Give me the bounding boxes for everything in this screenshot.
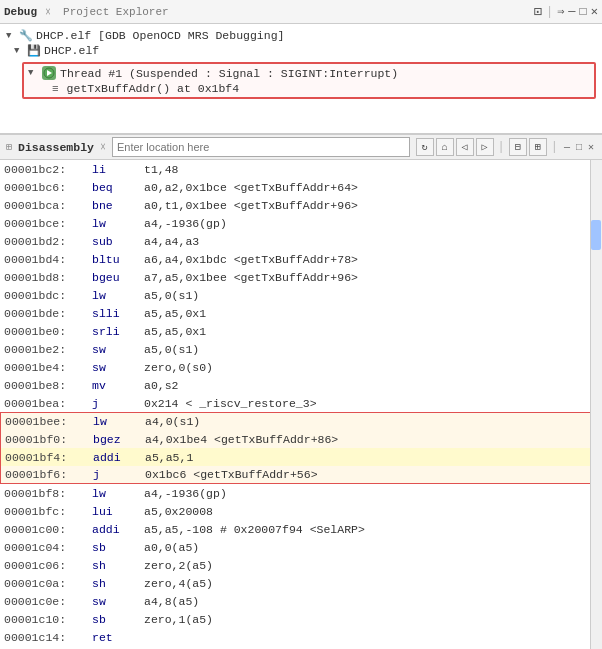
table-row[interactable]: 00001bea:j0x214 < _riscv_restore_3> [0, 394, 602, 412]
toolbar-icons: ↻ ⌂ ◁ ▷ | ⊟ ⊞ | — □ ✕ [416, 138, 596, 156]
asm-operands: 0x214 < _riscv_restore_3> [144, 397, 598, 410]
asm-operands: a4,-1936(gp) [144, 487, 598, 500]
asm-mnemonic: mv [92, 379, 144, 392]
table-row[interactable]: 00001bca:bnea0,t1,0x1bee <getTxBuffAddr+… [0, 196, 602, 214]
table-row[interactable]: 00001bd2:suba4,a4,a3 [0, 232, 602, 250]
link-btn[interactable]: ⊟ [509, 138, 527, 156]
table-row[interactable]: 00001bce:lwa4,-1936(gp) [0, 214, 602, 232]
suspend-icon[interactable]: ⊡ [533, 3, 541, 20]
asm-operands: a4,0(s1) [145, 415, 597, 428]
table-row[interactable]: 00001c10:sbzero,1(a5) [0, 610, 602, 628]
asm-address: 00001c00: [4, 523, 92, 536]
stackframe-label: getTxBuffAddr() at 0x1bf4 [67, 82, 240, 95]
asm-mnemonic: beq [92, 181, 144, 194]
asm-operands: a5,a5,-108 # 0x20007f94 <SelARP> [144, 523, 598, 536]
asm-operands: zero,1(a5) [144, 613, 598, 626]
minimize-dis-icon[interactable]: — [562, 142, 572, 153]
close-icon[interactable]: ✕ [591, 4, 598, 19]
refresh-btn[interactable]: ↻ [416, 138, 434, 156]
disassembly-header: ⊞ Disassembly ☓ ↻ ⌂ ◁ ▷ | ⊟ ⊞ | — □ ✕ [0, 134, 602, 160]
table-row[interactable]: 00001c14:ret [0, 628, 602, 646]
table-row[interactable]: 00001be0:srlia5,a5,0x1 [0, 322, 602, 340]
asm-address: 00001c14: [4, 631, 92, 644]
table-row[interactable]: 00001c06:shzero,2(a5) [0, 556, 602, 574]
table-row[interactable]: 00001c00:addia5,a5,-108 # 0x20007f94 <Se… [0, 520, 602, 538]
location-input[interactable] [112, 137, 410, 157]
asm-operands: a4,-1936(gp) [144, 217, 598, 230]
asm-mnemonic: sw [92, 343, 144, 356]
stackframe-row[interactable]: ≡ getTxBuffAddr() at 0x1bf4 [48, 82, 590, 95]
asm-address: 00001bf6: [5, 468, 93, 481]
asm-address: 00001be2: [4, 343, 92, 356]
table-row[interactable]: 00001bee:lwa4,0(s1) [0, 412, 602, 430]
asm-mnemonic: sb [92, 613, 144, 626]
asm-mnemonic: bgeu [92, 271, 144, 284]
table-row[interactable]: 00001be4:swzero,0(s0) [0, 358, 602, 376]
asm-address: 00001bce: [4, 217, 92, 230]
close-dis-icon[interactable]: ✕ [586, 141, 596, 153]
asm-operands: zero,2(a5) [144, 559, 598, 572]
table-row[interactable]: 00001bfc:luia5,0x20008 [0, 502, 602, 520]
asm-operands: a5,0(s1) [144, 289, 598, 302]
asm-address: 00001c06: [4, 559, 92, 572]
asm-operands: a5,a5,0x1 [144, 325, 598, 338]
table-row[interactable]: 00001bdc:lwa5,0(s1) [0, 286, 602, 304]
disassembly-content[interactable]: 00001bc2:lit1,4800001bc6:beqa0,a2,0x1bce… [0, 160, 602, 649]
maximize-icon[interactable]: □ [580, 5, 587, 19]
scrollbar-thumb[interactable] [591, 220, 601, 250]
back-btn[interactable]: ◁ [456, 138, 474, 156]
scrollbar[interactable] [590, 160, 602, 649]
table-row[interactable]: 00001bd8:bgeua7,a5,0x1bee <getTxBuffAddr… [0, 268, 602, 286]
home-btn[interactable]: ⌂ [436, 138, 454, 156]
table-row[interactable]: 00001bde:sllia5,a5,0x1 [0, 304, 602, 322]
dhcp-elf-label: DHCP.elf [44, 44, 99, 57]
dhcp-elf-icon: 💾 [27, 44, 41, 57]
expand-btn[interactable]: ⊞ [529, 138, 547, 156]
table-row[interactable]: 00001bf8:lwa4,-1936(gp) [0, 484, 602, 502]
expand-icon-dhcp: ▼ [14, 46, 24, 56]
maximize-dis-icon[interactable]: □ [574, 142, 584, 153]
minimize-icon[interactable]: — [568, 5, 575, 19]
debug-panel: ▼ 🔧 DHCP.elf [GDB OpenOCD MRS Debugging]… [0, 24, 602, 134]
expand-icon-root: ▼ [6, 31, 16, 41]
debug-tab[interactable]: Debug [4, 6, 37, 18]
asm-address: 00001bdc: [4, 289, 92, 302]
table-row[interactable]: 00001c04:sba0,0(a5) [0, 538, 602, 556]
debug-root-label: DHCP.elf [GDB OpenOCD MRS Debugging] [36, 29, 284, 42]
asm-mnemonic: lw [93, 415, 145, 428]
disassembly-close-icon[interactable]: ☓ [100, 141, 106, 153]
table-row[interactable]: 00001bd4:bltua6,a4,0x1bdc <getTxBuffAddr… [0, 250, 602, 268]
resume-icon[interactable]: ⇒ [557, 4, 564, 19]
stackframe-icon: ≡ [52, 83, 59, 95]
table-row[interactable]: 00001bf0:bgeza4,0x1be4 <getTxBuffAddr+86… [0, 430, 602, 448]
asm-operands: a4,0x1be4 <getTxBuffAddr+86> [145, 433, 597, 446]
asm-mnemonic: slli [92, 307, 144, 320]
asm-address: 00001bde: [4, 307, 92, 320]
asm-operands: a4,8(a5) [144, 595, 598, 608]
asm-address: 00001bf8: [4, 487, 92, 500]
debug-root-row[interactable]: ▼ 🔧 DHCP.elf [GDB OpenOCD MRS Debugging] [6, 28, 596, 43]
disassembly-title: Disassembly [18, 141, 94, 154]
table-row[interactable]: 00001be8:mva0,s2 [0, 376, 602, 394]
table-row[interactable]: 00001be2:swa5,0(s1) [0, 340, 602, 358]
thread-label: Thread #1 (Suspended : Signal : SIGINT:I… [60, 67, 398, 80]
asm-operands: a6,a4,0x1bdc <getTxBuffAddr+78> [144, 253, 598, 266]
asm-operands: t1,48 [144, 163, 598, 176]
asm-operands: a5,a5,1 [145, 451, 597, 464]
asm-mnemonic: bgez [93, 433, 145, 446]
table-row[interactable]: 00001bf6:j0x1bc6 <getTxBuffAddr+56> [0, 466, 602, 484]
project-explorer-tab[interactable]: Project Explorer [63, 6, 169, 18]
table-row[interactable]: 00001bc2:lit1,48 [0, 160, 602, 178]
table-row[interactable]: 00001c0a:shzero,4(a5) [0, 574, 602, 592]
table-row[interactable]: 00001c0e:swa4,8(a5) [0, 592, 602, 610]
asm-operands: a0,0(a5) [144, 541, 598, 554]
thread-row[interactable]: ▼ Thread #1 (Suspended : Signal : SIGINT… [28, 66, 590, 80]
asm-address: 00001c04: [4, 541, 92, 554]
table-row[interactable]: 00001bc6:beqa0,a2,0x1bce <getTxBuffAddr+… [0, 178, 602, 196]
asm-address: 00001be0: [4, 325, 92, 338]
asm-operands: a0,s2 [144, 379, 598, 392]
forward-btn[interactable]: ▷ [476, 138, 494, 156]
table-row[interactable]: 00001bf4:addia5,a5,1 [0, 448, 602, 466]
asm-address: 00001c10: [4, 613, 92, 626]
dhcp-elf-row[interactable]: ▼ 💾 DHCP.elf [14, 43, 596, 58]
